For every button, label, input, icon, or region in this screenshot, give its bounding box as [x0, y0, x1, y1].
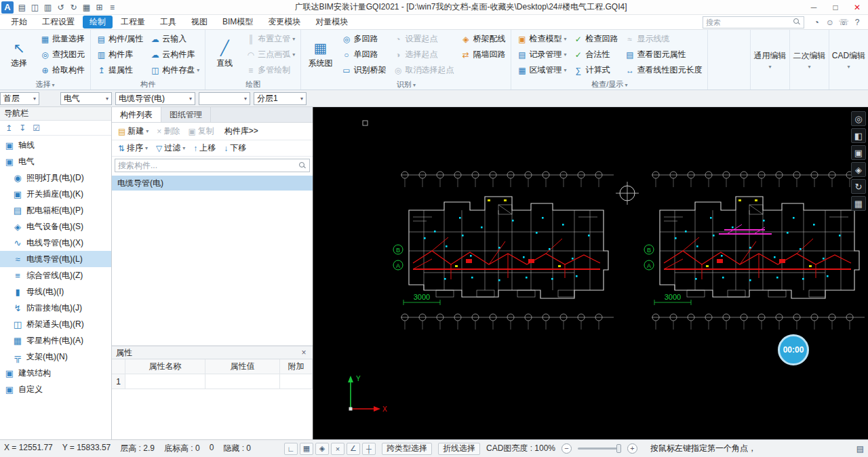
- component-search-input[interactable]: [118, 161, 299, 170]
- group-label-check-display[interactable]: 检查/显示: [514, 79, 705, 90]
- ribbon-button[interactable]: ◔设置起点▾: [390, 31, 456, 47]
- snap-toggle-button[interactable]: ∠▾: [347, 443, 360, 455]
- menubar-icon-button[interactable]: ☺: [823, 16, 837, 28]
- ribbon-button[interactable]: ▤构件/属性▾: [94, 31, 146, 47]
- ribbon-button[interactable]: ☁云构件库▾: [147, 47, 202, 62]
- maximize-button[interactable]: □: [825, 0, 846, 14]
- ribbon-tab[interactable]: BIM模型: [216, 16, 260, 28]
- panel-tab[interactable]: 图纸管理: [161, 107, 211, 122]
- ribbon-button[interactable]: ◫构件存盘▾: [147, 62, 202, 78]
- menubar-icon-button[interactable]: ◔: [810, 16, 823, 28]
- snap-toggle-button[interactable]: ▦▾: [300, 443, 313, 455]
- ribbon-button[interactable]: ◎多回路▾: [338, 31, 389, 47]
- snap-toggle-button[interactable]: ∟▾: [284, 443, 298, 455]
- tree-item[interactable]: ◫桥架通头(电)(R): [0, 316, 111, 332]
- polyline-select-button[interactable]: 折线选择: [438, 443, 480, 455]
- system-diagram-button[interactable]: ▦ 系统图: [304, 31, 336, 78]
- cad-drawing-canvas[interactable]: B A 3000: [313, 107, 868, 439]
- quick-access-icon[interactable]: ◫: [28, 1, 41, 14]
- selector-dropdown[interactable]: 首层▾: [0, 92, 39, 105]
- component-toolbar-button[interactable]: ▣复制▾: [184, 124, 217, 138]
- ribbon-tab[interactable]: 开始: [4, 16, 34, 28]
- property-extra-cell[interactable]: [280, 374, 313, 389]
- panel-tab[interactable]: 构件列表: [112, 107, 161, 122]
- group-label-select[interactable]: 选择: [3, 79, 87, 90]
- quick-access-icon[interactable]: ▤: [16, 1, 28, 14]
- floor-plan-right[interactable]: [644, 172, 865, 330]
- search-input[interactable]: [706, 18, 793, 26]
- component-list-item[interactable]: 电缆导管(电): [112, 176, 313, 191]
- ribbon-button[interactable]: ⇄隔墙回路▾: [458, 47, 508, 62]
- canvas-tool-icon[interactable]: ◈: [851, 162, 866, 177]
- ribbon-button[interactable]: ◈桥架配线▾: [458, 31, 508, 47]
- selector-dropdown[interactable]: ▾: [199, 92, 250, 105]
- tree-item[interactable]: ∿电线导管(电)(X): [0, 235, 111, 251]
- ribbon-button[interactable]: ≈显示线缆▾: [622, 31, 705, 47]
- tree-item[interactable]: ▮母线(电)(I): [0, 283, 111, 300]
- global-search-box[interactable]: [703, 16, 804, 28]
- quick-access-icon[interactable]: ▥: [41, 1, 54, 14]
- canvas-tool-icon[interactable]: ◎: [851, 111, 866, 126]
- ribbon-button[interactable]: ◑选择起点▾: [390, 47, 456, 62]
- ribbon-button[interactable]: ∑计算式▾: [570, 62, 620, 78]
- brightness-minus-button[interactable]: −: [561, 443, 572, 454]
- tree-item[interactable]: ▤配电箱柜(电)(P): [0, 202, 111, 218]
- canvas-tool-icon[interactable]: ▦: [851, 196, 866, 211]
- component-toolbar-button[interactable]: 构件库>>▾: [219, 124, 262, 138]
- ribbon-button[interactable]: ▥构件库▾: [94, 47, 146, 62]
- ribbon-button[interactable]: ◎取消选择起点▾: [390, 62, 456, 78]
- component-toolbar-button[interactable]: ×删除▾: [153, 124, 183, 138]
- component-toolbar-button[interactable]: ↓下移▾: [220, 141, 250, 155]
- ribbon-button[interactable]: ☁云输入▾: [147, 31, 202, 47]
- ribbon-button[interactable]: ▦批量选择▾: [37, 31, 87, 47]
- ribbon-button[interactable]: ▤记录管理▾: [514, 47, 569, 62]
- quick-access-icon[interactable]: ≡: [106, 1, 119, 14]
- canvas-tool-icon[interactable]: ◧: [851, 128, 866, 143]
- menubar-icon-button[interactable]: ?: [850, 16, 864, 28]
- component-toolbar-button[interactable]: ▤新建▾: [115, 124, 152, 138]
- ribbon-tab[interactable]: 工具: [153, 16, 183, 28]
- snap-toggle-button[interactable]: ◈▾: [315, 443, 329, 455]
- ribbon-button[interactable]: ▣检查模型▾: [514, 31, 569, 47]
- quick-access-icon[interactable]: ↺: [54, 1, 67, 14]
- ribbon-button[interactable]: ▭识别桥架▾: [338, 62, 389, 78]
- tree-item[interactable]: ▣轴线: [0, 137, 111, 153]
- tree-item[interactable]: ≈电缆导管(电)(L): [0, 251, 111, 267]
- snap-toggle-button[interactable]: ┼▾: [362, 443, 376, 455]
- quick-access-icon[interactable]: ▦: [80, 1, 93, 14]
- select-tool-button[interactable]: ↖ 选择: [3, 31, 35, 78]
- quick-access-icon[interactable]: ↻: [67, 1, 80, 14]
- ribbon-button[interactable]: ▤查看图元属性▾: [622, 47, 705, 62]
- tree-item[interactable]: ╦支架(电)(N): [0, 349, 111, 365]
- ribbon-button[interactable]: ║布置立管▾: [243, 31, 298, 47]
- tree-item[interactable]: ↯防雷接地(电)(J): [0, 300, 111, 316]
- line-tool-button[interactable]: ╱ 直线: [208, 31, 241, 78]
- brightness-slider[interactable]: [578, 448, 621, 450]
- ribbon-button[interactable]: ✓合法性▾: [570, 47, 620, 62]
- property-name-cell[interactable]: [125, 374, 205, 389]
- cross-type-select-button[interactable]: 跨类型选择: [382, 443, 432, 455]
- close-icon[interactable]: ×: [299, 348, 309, 357]
- ribbon-tab[interactable]: 工程设置: [35, 16, 81, 28]
- slider-handle[interactable]: [616, 444, 621, 453]
- ribbon-button[interactable]: ≡多管绘制▾: [243, 62, 298, 78]
- ribbon-button[interactable]: ↔查看线性图元长度▾: [622, 62, 705, 78]
- layout-icon[interactable]: ▤: [856, 444, 864, 454]
- close-button[interactable]: ✕: [846, 0, 868, 14]
- menubar-icon-button[interactable]: ☏: [837, 16, 850, 28]
- component-search-box[interactable]: [115, 159, 310, 172]
- tree-item[interactable]: ▣电气: [0, 153, 111, 170]
- tree-item[interactable]: ≡综合管线(电)(Z): [0, 267, 111, 283]
- navigator-tool-icon[interactable]: ↧: [19, 123, 26, 133]
- selector-dropdown[interactable]: 电气▾: [60, 92, 112, 105]
- tree-item[interactable]: ▣开关插座(电)(K): [0, 186, 111, 202]
- tree-item[interactable]: ▣自定义: [0, 381, 111, 397]
- canvas-tool-icon[interactable]: ↻: [851, 179, 866, 194]
- navigator-tool-icon[interactable]: ☑: [33, 123, 40, 133]
- quick-access-icon[interactable]: ⊞: [93, 1, 106, 14]
- edit-mode-button[interactable]: 二次编辑▾: [789, 30, 829, 90]
- component-toolbar-button[interactable]: ⇅排序▾: [115, 141, 151, 155]
- session-timer-badge[interactable]: 00:00: [778, 334, 809, 365]
- selector-dropdown[interactable]: 分层1▾: [254, 92, 307, 105]
- ribbon-tab[interactable]: 对量模块: [309, 16, 355, 28]
